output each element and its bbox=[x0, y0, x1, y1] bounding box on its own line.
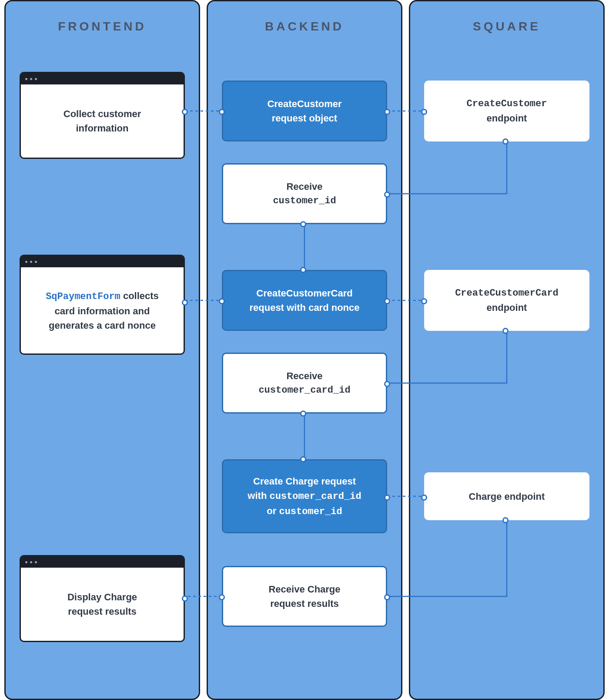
port-icon bbox=[384, 192, 390, 198]
node-text: request with card nonce bbox=[249, 300, 359, 315]
code-token: SqPaymentForm bbox=[46, 291, 120, 302]
port-icon bbox=[182, 300, 188, 306]
node-text: or customer_id bbox=[267, 504, 342, 519]
node-text: Charge endpoint bbox=[469, 489, 545, 504]
node-create-charge-request: Create Charge request with customer_card… bbox=[222, 459, 387, 533]
window-titlebar bbox=[21, 256, 184, 267]
node-text: Display Charge bbox=[67, 590, 137, 604]
node-sqpaymentform: SqPaymentForm collects card information … bbox=[20, 255, 185, 355]
code-token: customer_id bbox=[273, 194, 336, 208]
code-token: customer_card_id bbox=[258, 383, 350, 397]
port-icon bbox=[384, 298, 390, 304]
port-icon bbox=[219, 109, 225, 115]
port-icon bbox=[502, 328, 509, 334]
node-text: CreateCustomerCard bbox=[256, 286, 352, 300]
column-title-backend: BACKEND bbox=[208, 20, 401, 34]
code-token: CreateCustomerCard bbox=[455, 286, 559, 300]
node-create-customer-card-endpoint: CreateCustomerCard endpoint bbox=[424, 270, 589, 331]
node-text: SqPaymentForm collects bbox=[46, 289, 159, 304]
code-token: customer_id bbox=[279, 506, 342, 517]
node-create-customer-endpoint: CreateCustomer endpoint bbox=[424, 81, 589, 141]
node-create-customer-card-request: CreateCustomerCard request with card non… bbox=[222, 270, 387, 331]
node-text: card information and bbox=[55, 304, 150, 318]
port-icon bbox=[421, 495, 427, 501]
node-text: request results bbox=[68, 604, 137, 619]
node-text: Collect customer bbox=[64, 107, 141, 121]
window-titlebar bbox=[21, 73, 184, 84]
node-text: request object bbox=[272, 111, 337, 125]
node-text: endpoint bbox=[487, 111, 527, 125]
port-icon bbox=[384, 109, 390, 115]
code-token: customer_card_id bbox=[269, 491, 361, 502]
port-icon bbox=[502, 138, 509, 145]
node-text: Create Charge request bbox=[253, 474, 356, 488]
node-text: with customer_card_id bbox=[248, 488, 361, 504]
node-text: Receive bbox=[286, 369, 322, 383]
port-icon bbox=[384, 495, 390, 501]
column-title-frontend: FRONTEND bbox=[6, 20, 199, 34]
node-text: information bbox=[76, 121, 129, 135]
port-icon bbox=[219, 298, 225, 304]
port-icon bbox=[502, 517, 509, 523]
code-token: CreateCustomer bbox=[467, 97, 547, 111]
port-icon bbox=[182, 109, 188, 115]
node-text: generates a card nonce bbox=[49, 318, 156, 333]
node-display-charge-results: Display Charge request results bbox=[20, 555, 185, 642]
node-receive-customer-id: Receive customer_id bbox=[222, 163, 387, 224]
node-text: Receive bbox=[286, 179, 322, 194]
column-title-square: SQUARE bbox=[410, 20, 603, 34]
port-icon bbox=[421, 298, 427, 304]
port-icon bbox=[384, 381, 390, 387]
port-icon bbox=[421, 109, 427, 115]
node-receive-charge-results: Receive Charge request results bbox=[222, 566, 387, 627]
node-receive-customer-card-id: Receive customer_card_id bbox=[222, 353, 387, 414]
node-create-customer-request: CreateCustomer request object bbox=[222, 81, 387, 141]
node-text: endpoint bbox=[487, 300, 527, 315]
window-titlebar bbox=[21, 556, 184, 568]
node-collect-customer-info: Collect customer information bbox=[20, 72, 185, 159]
node-text: request results bbox=[270, 596, 339, 611]
node-text: Receive Charge bbox=[268, 582, 340, 596]
port-icon bbox=[300, 267, 306, 273]
port-icon bbox=[300, 411, 306, 417]
node-text: CreateCustomer bbox=[267, 97, 341, 111]
port-icon bbox=[300, 456, 306, 462]
port-icon bbox=[219, 594, 225, 600]
diagram-stage: FRONTEND BACKEND SQUARE Colle bbox=[0, 0, 609, 700]
port-icon bbox=[300, 221, 306, 227]
port-icon bbox=[384, 594, 390, 600]
node-charge-endpoint: Charge endpoint bbox=[424, 472, 589, 520]
port-icon bbox=[182, 596, 188, 602]
